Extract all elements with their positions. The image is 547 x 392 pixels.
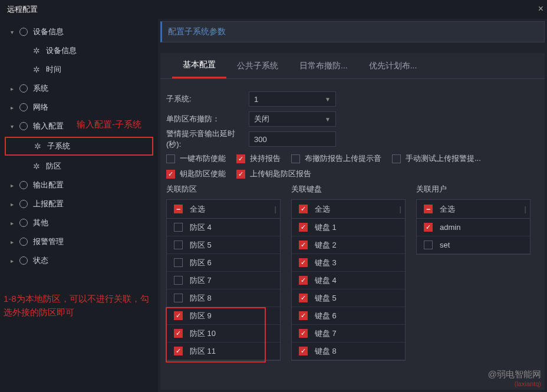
sidebar-item-2[interactable]: 时间 — [0, 60, 158, 79]
list-item-label: 键盘 2 — [315, 240, 337, 251]
keyboards-listbox: 全选 | 键盘 1键盘 2键盘 3键盘 4键盘 5键盘 6键盘 7键盘 8 — [291, 199, 406, 361]
list-item[interactable]: 键盘 5 — [292, 289, 405, 307]
sidebar-item-3[interactable]: ▸系统 — [0, 79, 158, 98]
main: ▾设备信息设备信息时间▸系统▸网络▾输入配置子系统防区▸输出配置▸上报配置▸其他… — [0, 19, 547, 392]
list-item-label: 键盘 5 — [315, 293, 337, 304]
divider-icon: | — [400, 205, 401, 213]
checkbox-icon — [174, 347, 183, 355]
sidebar-item-label: 其他 — [33, 218, 48, 228]
list-item[interactable]: 键盘 6 — [292, 307, 405, 325]
list-item-label: 键盘 8 — [315, 346, 337, 357]
caret-icon: ▾ — [11, 29, 17, 35]
list-item[interactable]: 防区 4 — [167, 219, 280, 236]
checkbox-icon — [299, 276, 308, 285]
checkbox-icon — [424, 223, 433, 232]
tab-1[interactable]: 公共子系统 — [226, 53, 289, 78]
list-item[interactable]: set — [417, 236, 530, 254]
checkbox-partial-icon — [174, 205, 183, 213]
titlebar: 远程配置 × — [0, 0, 547, 19]
panel-header: 配置子系统参数 — [160, 21, 545, 42]
checkbox-row-1: 一键布防使能挟持报告布撤防报告上传提示音手动测试上传报警提... — [166, 153, 539, 164]
sidebar-item-label: 时间 — [46, 64, 61, 75]
list-item[interactable]: 键盘 2 — [292, 236, 405, 254]
sidebar-item-4[interactable]: ▸网络 — [0, 98, 158, 117]
zones-select-all[interactable]: 全选 | — [167, 200, 280, 219]
globe-icon — [19, 27, 28, 37]
checkbox-label: 布撤防报告上传提示音 — [305, 153, 381, 164]
sidebar-item-12[interactable]: ▸状态 — [0, 251, 158, 270]
list-item[interactable]: 键盘 3 — [292, 254, 405, 272]
sidebar-item-10[interactable]: ▸其他 — [0, 213, 158, 232]
list-item[interactable]: 防区 9 — [167, 307, 280, 325]
list-item[interactable]: 防区 5 — [167, 236, 280, 254]
list-item[interactable]: 键盘 7 — [292, 325, 405, 342]
tab-3[interactable]: 优先计划布... — [358, 53, 428, 78]
sidebar-item-label: 设备信息 — [33, 27, 64, 37]
checkbox-icon — [166, 170, 175, 179]
select-all-label: 全选 — [315, 204, 330, 215]
list-item-label: 键盘 7 — [315, 328, 337, 339]
list-item[interactable]: admin — [417, 219, 530, 236]
checkbox-label: 钥匙防区使能 — [180, 169, 226, 179]
tabs: 基本配置公共子系统日常布撤防...优先计划布... — [160, 53, 545, 79]
single-zone-select[interactable]: 关闭 ▼ — [249, 111, 336, 127]
checkbox-checks1-1[interactable]: 挟持报告 — [236, 153, 281, 164]
select-all-label: 全选 — [440, 204, 455, 215]
list-item-label: set — [440, 241, 450, 249]
checkbox-icon — [174, 294, 183, 302]
sidebar-item-label: 报警管理 — [33, 236, 64, 247]
list-item[interactable]: 防区 7 — [167, 272, 280, 289]
checkbox-icon — [174, 241, 183, 249]
assoc-keyboards-title: 关联键盘 — [291, 184, 406, 195]
close-icon[interactable]: × — [538, 4, 543, 14]
single-zone-value: 关闭 — [254, 114, 269, 124]
keyboards-select-all[interactable]: 全选 | — [292, 200, 405, 219]
list-item[interactable]: 防区 6 — [167, 254, 280, 272]
sidebar-item-0[interactable]: ▾设备信息 — [0, 22, 158, 41]
globe-icon — [19, 84, 28, 93]
checkbox-icon — [174, 276, 183, 285]
caret-icon: ▸ — [11, 258, 17, 264]
globe-icon — [19, 256, 28, 265]
list-item[interactable]: 防区 11 — [167, 342, 280, 360]
sidebar-item-11[interactable]: ▸报警管理 — [0, 232, 158, 251]
alarm-delay-value: 300 — [254, 135, 267, 144]
list-item[interactable]: 防区 8 — [167, 289, 280, 307]
list-item-label: 防区 4 — [190, 222, 212, 233]
checkbox-checks2-1[interactable]: 上传钥匙防区报告 — [236, 169, 311, 179]
sidebar-item-9[interactable]: ▸上报配置 — [0, 195, 158, 213]
checkbox-row-2: 钥匙防区使能上传钥匙防区报告 — [166, 169, 539, 179]
users-select-all[interactable]: 全选 | — [417, 200, 530, 219]
chevron-down-icon: ▼ — [325, 116, 331, 123]
sidebar-item-8[interactable]: ▸输出配置 — [0, 176, 158, 195]
list-item[interactable]: 键盘 8 — [292, 342, 405, 360]
checkbox-checks1-2[interactable]: 布撤防报告上传提示音 — [291, 153, 381, 164]
subsystem-label: 子系统: — [166, 94, 249, 104]
alarm-delay-input[interactable]: 300 — [249, 131, 336, 147]
sidebar-item-label: 设备信息 — [46, 45, 77, 56]
tab-0[interactable]: 基本配置 — [172, 53, 226, 78]
sidebar-item-1[interactable]: 设备信息 — [0, 41, 158, 60]
zones-listbox: 全选 | 防区 4防区 5防区 6防区 7防区 8防区 9防区 10防区 11 — [166, 199, 281, 361]
sidebar-item-label: 子系统 — [47, 141, 70, 151]
checkbox-icon — [299, 258, 308, 267]
list-item[interactable]: 键盘 4 — [292, 272, 405, 289]
subsystem-select[interactable]: 1 ▼ — [249, 91, 336, 107]
sidebar-item-label: 网络 — [33, 102, 48, 113]
checkbox-checks1-0[interactable]: 一键布防使能 — [166, 153, 226, 164]
assoc-users-title: 关联用户 — [416, 184, 530, 195]
sidebar-item-6[interactable]: 子系统 — [5, 137, 153, 156]
checkbox-icon — [166, 154, 175, 163]
checkbox-checks2-0[interactable]: 钥匙防区使能 — [166, 169, 226, 179]
checkbox-icon — [174, 223, 183, 232]
content-area: 配置子系统参数 基本配置公共子系统日常布撤防...优先计划布... 子系统: 1… — [158, 19, 547, 392]
list-item[interactable]: 键盘 1 — [292, 219, 405, 236]
sidebar-item-7[interactable]: 防区 — [0, 157, 158, 176]
gear-icon — [32, 65, 41, 74]
checkbox-icon — [299, 241, 308, 249]
sidebar: ▾设备信息设备信息时间▸系统▸网络▾输入配置子系统防区▸输出配置▸上报配置▸其他… — [0, 19, 158, 392]
tab-2[interactable]: 日常布撤防... — [289, 53, 358, 78]
checkbox-checks1-3[interactable]: 手动测试上传报警提... — [392, 153, 481, 164]
list-item[interactable]: 防区 10 — [167, 325, 280, 342]
caret-icon: ▸ — [11, 201, 17, 207]
